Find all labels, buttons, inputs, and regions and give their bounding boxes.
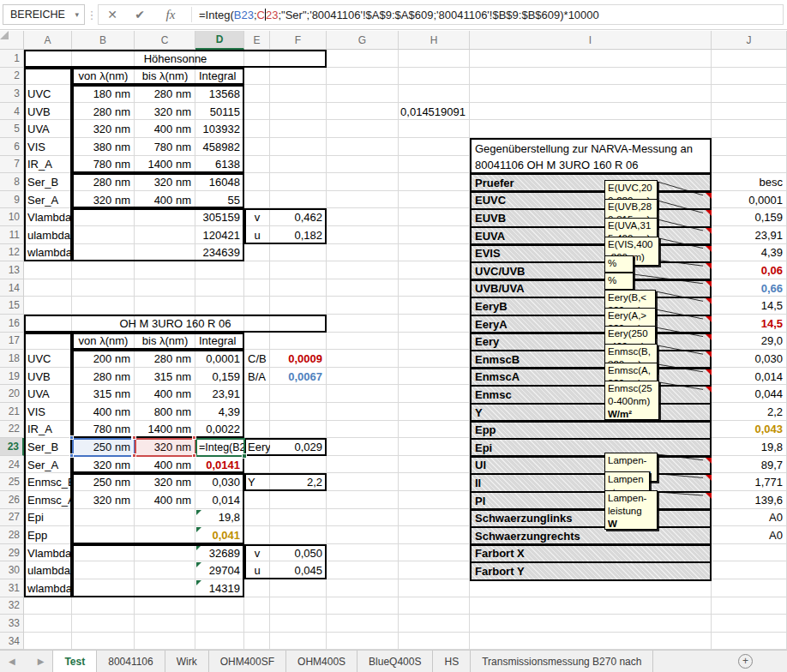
- row-header-16[interactable]: 16: [0, 315, 24, 333]
- cell-D12[interactable]: 234639: [195, 244, 244, 262]
- cell-B2[interactable]: von λ(nm): [72, 68, 135, 86]
- cell-A19[interactable]: UVB: [24, 368, 72, 386]
- cell-B19[interactable]: 280 nm: [72, 368, 135, 386]
- cell-B21[interactable]: 400 nm: [72, 403, 135, 421]
- cell-C22[interactable]: 1400 nm: [135, 421, 195, 439]
- cell-C21[interactable]: 800 nm: [135, 403, 195, 421]
- cell-D8[interactable]: 16048: [195, 173, 244, 191]
- cell-A21[interactable]: VIS: [24, 403, 72, 421]
- range-handle[interactable]: [192, 435, 196, 440]
- panel-label-Epi[interactable]: Epi: [470, 438, 712, 457]
- column-header-E[interactable]: E: [244, 31, 270, 50]
- cell-A22[interactable]: IR_A: [24, 421, 72, 439]
- row-header-9[interactable]: 9: [0, 191, 24, 209]
- panel-value-28[interactable]: A0: [712, 526, 785, 544]
- cell-A9[interactable]: Ser_A: [24, 191, 72, 209]
- row-header-30[interactable]: 30: [0, 561, 24, 579]
- cell-B5[interactable]: 320 nm: [72, 120, 135, 138]
- cell-A30[interactable]: ulambda: [24, 561, 72, 579]
- cell-C3[interactable]: 280 nm: [135, 85, 195, 103]
- panel-value-16[interactable]: 14,5: [712, 315, 785, 333]
- column-header-C[interactable]: C: [135, 31, 195, 50]
- row-header-6[interactable]: 6: [0, 138, 24, 156]
- panel-value-17[interactable]: 29,0: [712, 333, 785, 351]
- cell-A4[interactable]: UVB: [24, 103, 72, 121]
- cell-D9[interactable]: 55: [195, 191, 244, 209]
- panel-label-EeryB[interactable]: EeryB: [470, 297, 712, 315]
- panel-value-26[interactable]: 139,6: [712, 491, 785, 509]
- formula-input[interactable]: =Integ(B23;C23;"Ser";'80041106'!$A$9:$A$…: [199, 9, 599, 21]
- cell-A6[interactable]: VIS: [24, 138, 72, 156]
- panel-label-Pl[interactable]: Pl: [470, 491, 712, 510]
- range-handle[interactable]: [132, 453, 136, 458]
- row-header-29[interactable]: 29: [0, 544, 24, 562]
- panel-label-UVBUVA[interactable]: UVB/UVA: [470, 279, 712, 298]
- cell-C25[interactable]: 320 nm: [135, 473, 195, 491]
- panel-value-9[interactable]: 0,0001: [712, 191, 785, 209]
- cell-E18[interactable]: C/B: [244, 350, 270, 368]
- cell-D7[interactable]: 6138: [195, 156, 244, 174]
- panel-label-Enmsc[interactable]: Enmsc: [470, 385, 712, 404]
- cell-A26[interactable]: Enmsc_A: [24, 491, 72, 509]
- cell-E29[interactable]: v: [244, 544, 270, 562]
- row-header-17[interactable]: 17: [0, 333, 24, 351]
- sheet-tab-OHM400SF[interactable]: OHM400SF: [209, 651, 286, 672]
- cell-D26[interactable]: 0,014: [195, 491, 244, 509]
- row-header-34[interactable]: 34: [0, 633, 24, 650]
- column-header-A[interactable]: A: [24, 31, 72, 50]
- panel-value-8[interactable]: besc: [712, 173, 785, 191]
- sheet-tab-HS[interactable]: HS: [433, 651, 471, 672]
- row-header-22[interactable]: 22: [0, 421, 24, 439]
- column-header-D[interactable]: D: [195, 31, 244, 50]
- cell-A27[interactable]: Epi: [24, 509, 72, 527]
- row-header-5[interactable]: 5: [0, 120, 24, 138]
- cell-C20[interactable]: 400 nm: [135, 385, 195, 403]
- cell-A31[interactable]: wlambda: [24, 579, 72, 597]
- cell-A10[interactable]: Vlambda: [24, 208, 72, 226]
- cell-B23[interactable]: 250 nm: [72, 438, 135, 456]
- row-header-4[interactable]: 4: [0, 103, 24, 121]
- panel-label-FarbortY[interactable]: Farbort Y: [470, 561, 712, 580]
- cell-D17[interactable]: Integral: [195, 333, 244, 351]
- row-header-11[interactable]: 11: [0, 226, 24, 244]
- cell-A11[interactable]: ulambda: [24, 226, 72, 244]
- prev-sheet-icon[interactable]: ◀: [9, 657, 15, 666]
- cell-F18[interactable]: 0,0009: [270, 350, 327, 368]
- cell-F29[interactable]: 0,050: [270, 544, 327, 562]
- cell-A28[interactable]: Epp: [24, 526, 72, 544]
- cell-D4[interactable]: 50115: [195, 103, 244, 121]
- cell-D27[interactable]: 19,8: [195, 509, 244, 527]
- enter-icon[interactable]: ✔: [126, 8, 153, 21]
- panel-value-13[interactable]: 0,06: [712, 261, 785, 279]
- cell-B6[interactable]: 380 nm: [72, 138, 135, 156]
- panel-label-UVCUVB[interactable]: UVC/UVB: [470, 261, 712, 280]
- row-header-33[interactable]: 33: [0, 615, 24, 633]
- cell-C23[interactable]: 320 nm: [135, 438, 195, 456]
- cell-A23[interactable]: Ser_B: [24, 438, 72, 456]
- panel-value-15[interactable]: 14,5: [712, 297, 785, 315]
- row-header-19[interactable]: 19: [0, 368, 24, 386]
- panel-value-20[interactable]: 0,044: [712, 385, 785, 403]
- cell-B7[interactable]: 780 nm: [72, 156, 135, 174]
- cell-C19[interactable]: 315 nm: [135, 368, 195, 386]
- sheet-tab-Wirk[interactable]: Wirk: [165, 651, 209, 672]
- cell-A3[interactable]: UVC: [24, 85, 72, 103]
- cell-D19[interactable]: 0,159: [195, 368, 244, 386]
- cell-C7[interactable]: 1400 nm: [135, 156, 195, 174]
- cell-C9[interactable]: 400 nm: [135, 191, 195, 209]
- row-header-28[interactable]: 28: [0, 526, 24, 544]
- cell-F11[interactable]: 0,182: [270, 226, 327, 244]
- sheet-tab-Test[interactable]: Test: [52, 651, 97, 672]
- panel-label-Il[interactable]: Il: [470, 473, 712, 492]
- panel-label-EnmscA[interactable]: EnmscA: [470, 368, 712, 387]
- cell-E30[interactable]: u: [244, 561, 270, 579]
- fill-handle[interactable]: [242, 453, 247, 459]
- cell-D3[interactable]: 13568: [195, 85, 244, 103]
- range-handle[interactable]: [69, 435, 74, 440]
- cell-D29[interactable]: 32689: [195, 544, 244, 562]
- cell-F23[interactable]: 0,029: [270, 438, 327, 456]
- row-header-18[interactable]: 18: [0, 350, 24, 368]
- panel-label-EeryA[interactable]: EeryA: [470, 315, 712, 333]
- panel-value-27[interactable]: A0: [712, 509, 785, 527]
- row-header-12[interactable]: 12: [0, 244, 24, 262]
